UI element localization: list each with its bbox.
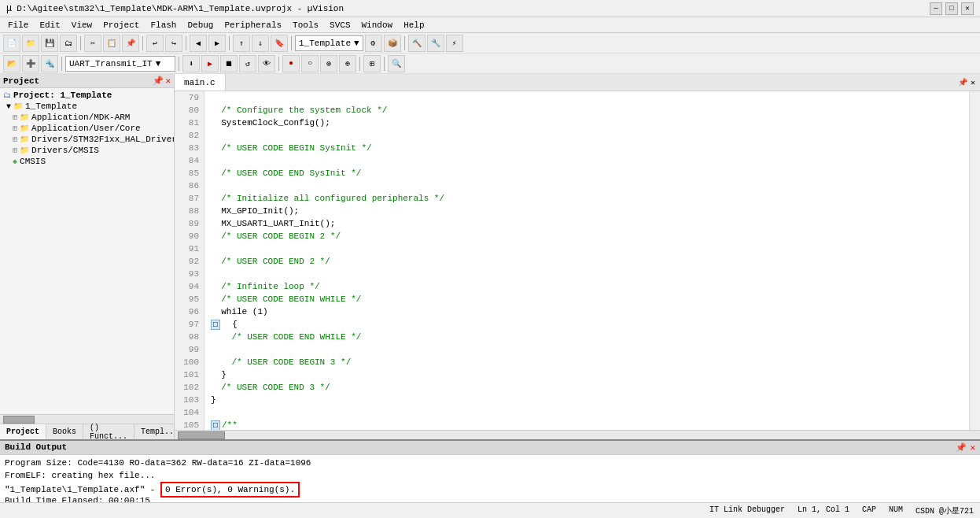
maximize-button[interactable]: □ xyxy=(945,2,958,15)
project-close-button[interactable]: ✕ xyxy=(165,76,171,86)
redo-button[interactable]: ↪ xyxy=(165,35,182,52)
tree-label-drivers-cmsis: Drivers/CMSIS xyxy=(31,146,99,155)
line-num-85: 85 xyxy=(178,167,199,179)
tree-item-cmsis[interactable]: ◆ CMSIS xyxy=(0,156,174,167)
load-button[interactable]: ⬇ xyxy=(182,55,200,72)
tree-item-drivers-cmsis[interactable]: ⊞ 📁 Drivers/CMSIS xyxy=(0,145,174,156)
menu-item-edit[interactable]: Edit xyxy=(35,19,64,31)
menu-item-view[interactable]: View xyxy=(67,19,97,31)
grid-button[interactable]: ⊞ xyxy=(363,55,381,72)
rebuild-button[interactable]: 🔧 xyxy=(427,35,444,52)
tree-item-1template[interactable]: ▼ 📁 1_Template xyxy=(0,101,174,112)
copy-button[interactable]: 📋 xyxy=(103,35,120,52)
add-existing-button[interactable]: ➕ xyxy=(22,55,39,72)
disable-bp-button[interactable]: ○ xyxy=(301,55,319,72)
tab-functions[interactable]: () Funct... xyxy=(83,424,134,439)
menu-item-svcs[interactable]: SVCS xyxy=(325,19,355,31)
ext-tools-button[interactable]: 🔩 xyxy=(41,55,58,72)
bookmark-next-button[interactable]: ⇓ xyxy=(252,35,269,52)
project-panel: Project 📌 ✕ 🗂 Project: 1_Template ▼ 📁 1_… xyxy=(0,74,175,439)
open-button[interactable]: 📁 xyxy=(22,35,39,52)
editor-float-button[interactable]: 📌 ✕ xyxy=(953,78,980,87)
menu-item-flash[interactable]: Flash xyxy=(146,19,181,31)
open-target-button[interactable]: 📂 xyxy=(3,55,20,72)
code-line-85: /* USER CODE END SysInit */ xyxy=(211,167,963,179)
paste-button[interactable]: 📌 xyxy=(122,35,139,52)
tree-item-user-core[interactable]: ⊞ 📁 Application/User/Core xyxy=(0,123,174,134)
tree-label-drivers-stm32: Drivers/STM32F1xx_HAL_Driver xyxy=(31,135,174,144)
separator-1 xyxy=(80,36,81,50)
line-num-94: 94 xyxy=(178,280,199,293)
target-options-button[interactable]: ⚙ xyxy=(365,35,382,52)
flash-device-dropdown[interactable]: UART_Transmit_IT ▼ xyxy=(65,56,175,72)
title-bar-controls[interactable]: ─ □ ✕ xyxy=(930,2,974,15)
navigate-fwd-button[interactable]: ▶ xyxy=(208,35,226,52)
target-dropdown[interactable]: 1_Template ▼ xyxy=(295,35,363,51)
navigate-back-button[interactable]: ◀ xyxy=(190,35,207,52)
clear-bp-button[interactable]: ⊗ xyxy=(320,55,337,72)
project-pin-button[interactable]: 📌 xyxy=(153,76,164,86)
tab-template[interactable]: Templ... xyxy=(134,424,175,439)
title-bar-left: μ D:\Agitee\stm32\1_Template\MDK-ARM\1_T… xyxy=(6,3,344,14)
menu-item-project[interactable]: Project xyxy=(98,19,144,31)
menu-item-help[interactable]: Help xyxy=(399,19,429,31)
save-button[interactable]: 💾 xyxy=(41,35,58,52)
menu-item-file[interactable]: File xyxy=(3,19,33,31)
breakpoint-button[interactable]: ● xyxy=(282,55,300,72)
tab-books[interactable]: Books xyxy=(46,424,83,439)
vertical-scrollbar[interactable] xyxy=(969,91,980,430)
editor-tab-mainc[interactable]: main.c xyxy=(175,74,226,91)
run-debug-button[interactable]: ▶ xyxy=(201,55,219,72)
editor-hscrollbar[interactable] xyxy=(175,430,980,439)
sep-t2-5 xyxy=(384,57,385,71)
build-button[interactable]: 🔨 xyxy=(408,35,426,52)
project-root[interactable]: 🗂 Project: 1_Template xyxy=(0,90,174,101)
project-header-label: Project xyxy=(3,76,39,86)
menu-item-peripherals[interactable]: Peripherals xyxy=(219,19,286,31)
close-editor-button[interactable]: ✕ xyxy=(971,78,975,87)
line-num-95: 95 xyxy=(178,293,199,305)
close-button[interactable]: ✕ xyxy=(961,2,974,15)
menu-item-tools[interactable]: Tools xyxy=(288,19,323,31)
zoom-button[interactable]: 🔍 xyxy=(388,55,405,72)
tree-label-user-core: Application/User/Core xyxy=(31,124,141,133)
build-panel-header: Build Output 📌 ✕ xyxy=(0,441,980,455)
build-pin-button[interactable]: 📌 xyxy=(956,442,967,453)
stop-button[interactable]: ⏹ xyxy=(220,55,238,72)
compile-button[interactable]: ⚡ xyxy=(446,35,463,52)
toggle-bookmark-button[interactable]: 🔖 xyxy=(271,35,288,52)
bookmark-prev-button[interactable]: ⇑ xyxy=(233,35,250,52)
insert-breakpoint-button[interactable]: ⊕ xyxy=(339,55,356,72)
code-line-81: SystemClock_Config(); xyxy=(211,117,963,129)
undo-button[interactable]: ↩ xyxy=(146,35,164,52)
menu-item-debug[interactable]: Debug xyxy=(182,19,218,31)
tree-item-mdk-arm[interactable]: ⊞ 📁 Application/MDK-ARM xyxy=(0,112,174,123)
project-panel-header: Project 📌 ✕ xyxy=(0,74,174,88)
manage-rte-button[interactable]: 📦 xyxy=(384,35,401,52)
line-num-102: 102 xyxy=(178,381,199,394)
line-num-80: 80 xyxy=(178,104,199,117)
minimize-button[interactable]: ─ xyxy=(930,2,942,15)
hscroll-thumb xyxy=(178,431,225,439)
save-all-button[interactable]: 🗂 xyxy=(60,35,77,52)
code-area[interactable]: 7980818283848586878889909192939495969798… xyxy=(175,91,980,430)
reset-button[interactable]: ↺ xyxy=(239,55,256,72)
code-line-92: /* USER CODE END 2 */ xyxy=(211,255,963,268)
build-panel: Build Output 📌 ✕ Program Size: Code=4130… xyxy=(0,439,980,502)
code-line-94: /* Infinite loop */ xyxy=(211,280,963,293)
sep-t2-4 xyxy=(359,57,360,71)
tree-item-drivers-stm32[interactable]: ⊞ 📁 Drivers/STM32F1xx_HAL_Driver xyxy=(0,134,174,145)
menu-item-window[interactable]: Window xyxy=(357,19,398,31)
line-numbers: 7980818283848586878889909192939495969798… xyxy=(175,91,204,430)
build-close-button[interactable]: ✕ xyxy=(970,442,975,453)
caps-lock-status: CAP xyxy=(862,505,876,516)
new-file-button[interactable]: 📄 xyxy=(3,35,20,52)
toolbar-1: 📄 📁 💾 🗂 ✂ 📋 📌 ↩ ↪ ◀ ▶ ⇑ ⇓ 🔖 1_Template ▼… xyxy=(0,33,980,54)
code-content[interactable]: /* Configure the system clock */ SystemC… xyxy=(204,91,969,430)
rtx-viewer-button[interactable]: 👁 xyxy=(258,55,275,72)
line-num-90: 90 xyxy=(178,230,199,242)
project-hscrollbar[interactable] xyxy=(0,414,174,424)
build-line-1: Program Size: Code=4130 RO-data=362 RW-d… xyxy=(5,457,975,469)
cut-button[interactable]: ✂ xyxy=(84,35,101,52)
tab-project[interactable]: Project xyxy=(0,424,46,439)
